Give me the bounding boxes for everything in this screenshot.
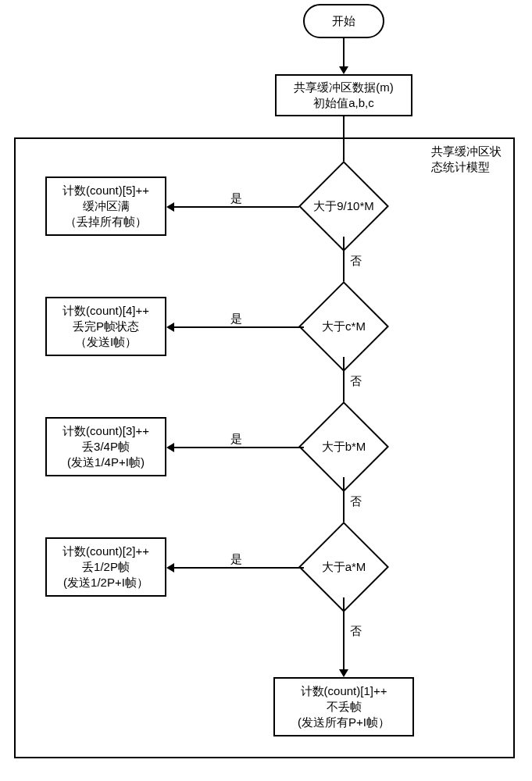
p3-node: 计数(count)[3]++ 丢3/4P帧 (发送1/4P+I帧) (45, 417, 166, 476)
p5-line2: 不丢帧 (327, 699, 362, 715)
module-title-l2: 态统计模型 (431, 160, 490, 173)
p1-line2: 缓冲区满 (83, 198, 130, 214)
yes-label: 是 (230, 191, 242, 206)
d2-label: 大于c*M (322, 319, 366, 334)
p4-line2: 丢1/2P帧 (82, 559, 130, 575)
no-label: 否 (350, 494, 362, 509)
p4-node: 计数(count)[2]++ 丢1/2P帧 (发送1/2P+I帧） (45, 537, 166, 597)
p3-line2: 丢3/4P帧 (82, 439, 130, 455)
p2-line3: （发送I帧） (75, 334, 137, 350)
arrow-left-icon (166, 443, 174, 452)
p3-line1: 计数(count)[3]++ (62, 423, 149, 439)
edge-line (174, 326, 304, 328)
decision-d1: 大于9/10*M (287, 175, 401, 237)
start-node: 开始 (303, 4, 384, 38)
yes-label: 是 (230, 311, 242, 326)
p1-line1: 计数(count)[5]++ (62, 183, 149, 198)
edge-line (174, 447, 304, 448)
d4-label: 大于a*M (322, 559, 366, 575)
init-line2: 初始值a,b,c (313, 95, 374, 111)
p5-line1: 计数(count)[1]++ (301, 683, 387, 699)
edge-line (174, 206, 299, 208)
edge-line (343, 597, 345, 669)
module-title: 共享缓冲区状 态统计模型 (431, 144, 511, 174)
no-label: 否 (350, 623, 362, 639)
module-title-l1: 共享缓冲区状 (431, 144, 502, 158)
d1-label: 大于9/10*M (313, 198, 374, 214)
decision-d2: 大于c*M (291, 295, 396, 358)
p2-node: 计数(count)[4]++ 丢完P帧状态 （发送I帧） (45, 297, 166, 356)
p1-node: 计数(count)[5]++ 缓冲区满 （丢掉所有帧） (45, 177, 166, 236)
arrow-left-icon (166, 323, 174, 332)
yes-label: 是 (230, 551, 242, 567)
decision-d3: 大于b*M (291, 415, 396, 478)
d3-label: 大于b*M (322, 439, 366, 455)
p5-node: 计数(count)[1]++ 不丢帧 (发送所有P+I帧） (273, 677, 414, 736)
p2-line1: 计数(count)[4]++ (62, 303, 149, 319)
arrow-left-icon (166, 563, 174, 572)
no-label: 否 (350, 373, 362, 389)
edge-line (174, 567, 304, 569)
arrow-down-icon (339, 66, 348, 74)
yes-label: 是 (230, 431, 242, 447)
p2-line2: 丢完P帧状态 (73, 319, 139, 334)
p1-line3: （丢掉所有帧） (65, 214, 147, 230)
p4-line1: 计数(count)[2]++ (62, 544, 149, 559)
init-node: 共享缓冲区数据(m) 初始值a,b,c (275, 74, 412, 116)
p3-line3: (发送1/4P+I帧) (67, 455, 145, 470)
p4-line3: (发送1/2P+I帧） (63, 575, 148, 590)
init-line1: 共享缓冲区数据(m) (294, 80, 394, 95)
p5-line3: (发送所有P+I帧） (298, 715, 390, 730)
decision-d4: 大于a*M (291, 536, 396, 598)
start-label: 开始 (332, 13, 355, 29)
no-label: 否 (350, 253, 362, 269)
edge-line (343, 38, 345, 68)
arrow-down-icon (339, 669, 348, 677)
arrow-left-icon (166, 202, 174, 212)
